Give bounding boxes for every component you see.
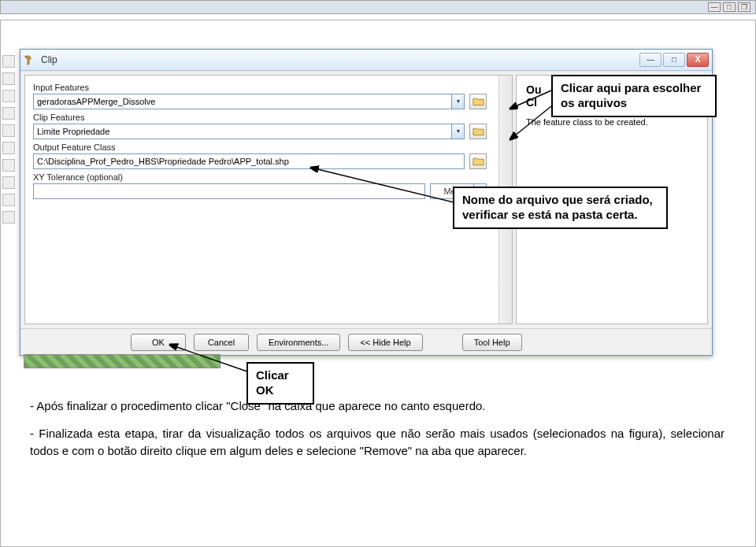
callout-click-ok: Clicar OK — [246, 362, 314, 405]
instruction-line-2: - Finalizada esta etapa, tirar da visual… — [30, 425, 724, 460]
svg-line-0 — [510, 91, 551, 109]
callout-output-name: Nome do arquivo que será criado, verific… — [453, 187, 668, 229]
svg-line-2 — [311, 168, 454, 202]
callout-choose-files: Clicar aqui para escolher os arquivos — [551, 75, 717, 117]
svg-line-1 — [510, 106, 551, 139]
svg-line-3 — [170, 345, 247, 371]
